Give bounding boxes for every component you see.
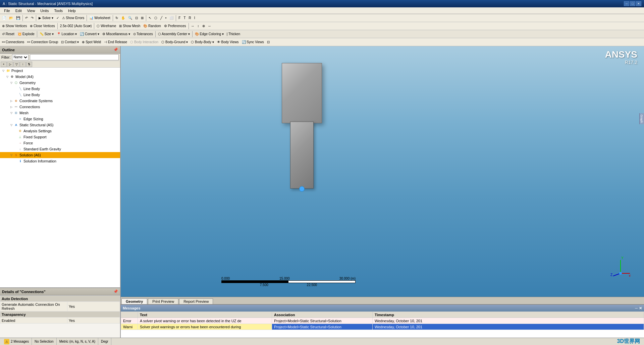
select-edge-button[interactable]: ╱ — [159, 15, 164, 21]
random-button[interactable]: 🎨 Random — [142, 23, 162, 29]
close-vertices-button[interactable]: ⊗ Close Vertices — [29, 23, 56, 29]
miscellaneous-button[interactable]: ⚙ Miscellaneous ▾ — [101, 31, 131, 38]
expand-staticstructural[interactable]: ▽ — [9, 123, 13, 127]
tree-item-fixedsupport[interactable]: ⊥ Fixed Support — [0, 134, 120, 140]
body-body-button[interactable]: ⬡ Body-Body ▾ — [190, 39, 215, 46]
auto-scale-button[interactable]: 2.5e-002 (Auto Sca▾) — [59, 23, 93, 29]
zoom-box-button[interactable]: ⊞ — [140, 15, 145, 21]
expand-connections[interactable]: ▷ — [9, 105, 13, 109]
menu-view[interactable]: View — [24, 8, 38, 13]
menu-edit[interactable]: Edit — [13, 8, 24, 13]
spot-weld-button[interactable]: ⊕ Spot Weld — [80, 39, 102, 46]
save-button[interactable]: 💾 — [15, 15, 21, 21]
tab-report-preview[interactable]: Report Preview — [179, 298, 213, 304]
expand-geometry[interactable]: ▽ — [9, 81, 13, 85]
edge-coloring-button[interactable]: 🎨 Edge Coloring ▾ — [194, 31, 225, 38]
right-collapse-tab[interactable]: Graph — [639, 113, 644, 124]
worksheet-button[interactable]: 📊 Worksheet — [88, 15, 111, 21]
view-right-button[interactable]: R — [187, 15, 193, 21]
view-top-button[interactable]: T — [182, 15, 187, 21]
open-button[interactable]: 📂 — [8, 15, 14, 21]
tree-item-linebody1[interactable]: ╲ Line Body — [0, 86, 120, 92]
tree-item-analysissettings[interactable]: ⚙ Analysis Settings — [0, 128, 120, 134]
expand-model[interactable]: ▽ — [5, 75, 9, 79]
view-dir-x-button[interactable]: ↔ — [190, 23, 196, 29]
select-face-button[interactable]: ⬡ — [153, 15, 159, 21]
contact-button[interactable]: ⊡ Contact ▾ — [60, 39, 80, 46]
prop-connection-refresh-value[interactable]: Yes — [67, 302, 120, 312]
select-body-button[interactable]: ⬜ — [168, 15, 175, 21]
view-dir-xn-button[interactable]: ↔ — [207, 23, 213, 29]
menu-file[interactable]: File — [1, 8, 13, 13]
outline-up-button[interactable]: ↑ — [20, 62, 26, 67]
outline-pin[interactable]: 📌 — [113, 48, 118, 52]
view-dir-y-button[interactable]: ↕ — [196, 23, 201, 29]
thicken-button[interactable]: | Thicken — [225, 31, 241, 38]
tree-item-solutioninfo[interactable]: ℹ Solution Information — [0, 158, 120, 164]
outline-sort-button[interactable]: ⇅ — [26, 62, 32, 67]
filter-input[interactable] — [30, 54, 119, 60]
tree-item-edgesizing[interactable]: ≡ Edge Sizing — [0, 116, 120, 122]
menu-tools[interactable]: Tools — [51, 8, 65, 13]
filter-type-select[interactable]: Name — [12, 54, 29, 60]
tree-item-mesh[interactable]: ▽ ⊞ Mesh — [0, 110, 120, 116]
tree-item-earthgravity[interactable]: ↓ Standard Earth Gravity — [0, 146, 120, 152]
body-views-button[interactable]: 👁 Body Views — [216, 39, 240, 46]
tree-item-linebody2[interactable]: ╲ Line Body — [0, 92, 120, 98]
tree-item-project[interactable]: ▽ 📁 Project — [0, 68, 120, 74]
close-button[interactable]: ✕ — [636, 1, 641, 6]
check-button[interactable]: ✓ — [55, 15, 60, 21]
body-interaction-button[interactable]: ⬡ Body Interaction — [129, 39, 160, 46]
connection-group-button[interactable]: ⚯ Connection Group — [26, 39, 59, 46]
outline-expand-button[interactable]: ▷ — [7, 62, 13, 67]
select-button[interactable]: ↖ — [147, 15, 153, 21]
body-ground-button[interactable]: ⬡ Body-Ground ▾ — [160, 39, 189, 46]
outline-new-button[interactable]: + — [1, 62, 7, 67]
tree-item-coordsystems[interactable]: ▷ ⊕ Coordinate Systems — [0, 98, 120, 104]
assembly-center-button[interactable]: ⬡ Assembly Center ▾ — [157, 31, 191, 38]
expand-mesh[interactable]: ▽ — [9, 111, 13, 115]
rotate-button[interactable]: ↻ — [114, 15, 119, 21]
message-row-error[interactable]: Error A solver pivot warning or error ha… — [121, 318, 644, 324]
prop-enabled-value[interactable]: Yes — [67, 318, 120, 324]
preferences-button[interactable]: ⚙ Preferences — [163, 23, 187, 29]
tolerances-button[interactable]: ⊙ Tolerances — [132, 31, 154, 38]
message-row-warning[interactable]: Warni Solver pivot warnings or errors ha… — [121, 324, 644, 330]
details-pin[interactable]: 📌 — [113, 289, 118, 294]
tab-print-preview[interactable]: Print Preview — [148, 298, 178, 304]
tree-item-force[interactable]: → Force — [0, 140, 120, 146]
tree-item-geometry[interactable]: ▽ ⬡ Geometry — [0, 80, 120, 86]
menu-units[interactable]: Units — [38, 8, 51, 13]
minimize-button[interactable]: ─ — [624, 1, 629, 6]
pan-button[interactable]: ✋ — [120, 15, 126, 21]
tree-item-solution[interactable]: ▽ S Solution (A6) — [0, 152, 120, 158]
expand-project[interactable]: ▽ — [1, 69, 5, 73]
view-iso-button[interactable]: I — [193, 15, 197, 21]
view-front-button[interactable]: F — [177, 15, 182, 21]
connections-button[interactable]: ⚯ Connections — [1, 39, 25, 46]
maximize-button[interactable]: □ — [630, 1, 635, 6]
convert-button[interactable]: 🔄 Convert ▾ — [78, 31, 101, 38]
show-mesh-button[interactable]: ⊞ Show Mesh — [118, 23, 142, 29]
menu-help[interactable]: Help — [65, 8, 78, 13]
size-button[interactable]: 📏 Size ▾ — [38, 31, 55, 38]
zoom-fit-button[interactable]: ⊡ — [134, 15, 139, 21]
expand-coordsystems[interactable]: ▷ — [9, 99, 13, 103]
end-release-button[interactable]: ⊣ End Release — [103, 39, 128, 46]
show-errors-button[interactable]: ⚠ Show Errors — [61, 15, 86, 21]
tree-item-connections[interactable]: ▷ ⚯ Connections — [0, 104, 120, 110]
redo-button[interactable]: ↷ — [30, 15, 35, 21]
explode-button[interactable]: 💥 Explode — [16, 31, 36, 38]
reset-button[interactable]: ↺ Reset — [1, 31, 16, 38]
location-button[interactable]: 📍 Location ▾ — [55, 31, 78, 38]
show-vertices-button[interactable]: ⊕ Show Vertices — [1, 23, 28, 29]
tab-geometry[interactable]: Geometry — [121, 298, 147, 304]
tree-item-model[interactable]: ▽ ⚙ Model (A4) — [0, 74, 120, 80]
titlebar-controls[interactable]: ─ □ ✕ — [624, 1, 641, 6]
select-vertex-button[interactable]: • — [164, 15, 168, 21]
wireframe-button[interactable]: ⬡ Wireframe — [95, 23, 117, 29]
messages-close[interactable]: ✕ — [639, 306, 642, 310]
expand-solution[interactable]: ▽ — [9, 153, 13, 157]
outline-collapse-button[interactable]: ▽ — [13, 62, 19, 67]
tree-item-staticstructural[interactable]: ▽ A Static Structural (A5) — [0, 122, 120, 128]
